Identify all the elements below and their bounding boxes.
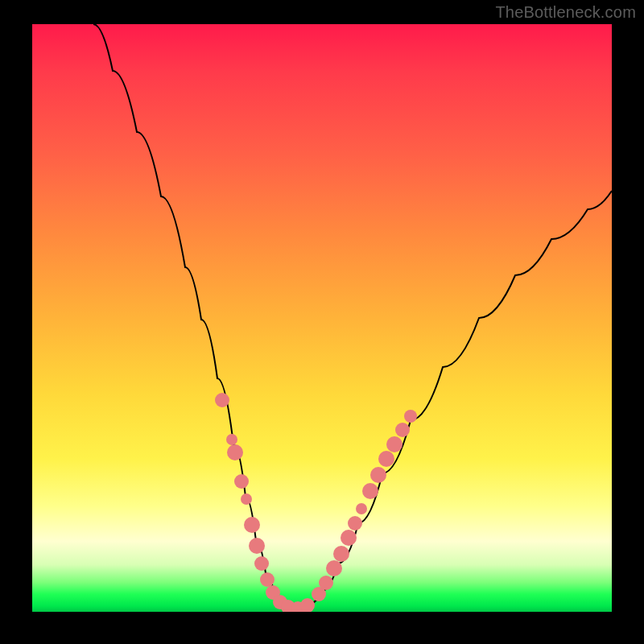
data-point [348, 516, 362, 530]
data-point [319, 576, 333, 590]
data-point [370, 467, 386, 483]
data-point [326, 560, 342, 576]
data-point [254, 556, 269, 571]
data-point [226, 434, 237, 445]
data-point [356, 503, 367, 514]
right-curve [298, 191, 612, 609]
left-curve [93, 24, 298, 609]
chart-stage: TheBottleneck.com [0, 0, 644, 644]
data-point [241, 493, 252, 505]
data-point [215, 393, 229, 407]
data-point [244, 517, 260, 533]
watermark-text: TheBottleneck.com [495, 3, 636, 22]
data-point [260, 572, 275, 587]
plot-area [32, 24, 612, 612]
data-point [234, 474, 249, 489]
data-point [386, 436, 402, 452]
data-point [404, 410, 417, 423]
data-point [395, 423, 410, 437]
data-point [362, 483, 378, 499]
data-point [341, 530, 357, 546]
data-point [249, 538, 265, 554]
data-point [378, 451, 394, 467]
scatter-dots [215, 393, 417, 612]
curve-layer [32, 24, 612, 612]
data-point [227, 444, 243, 460]
data-point [300, 598, 315, 612]
data-point [333, 546, 349, 562]
